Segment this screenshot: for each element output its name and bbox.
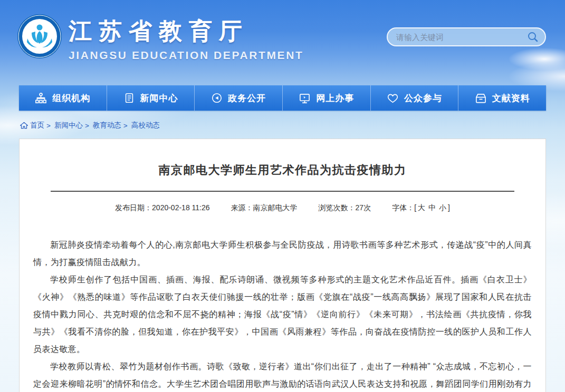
article-body: 新冠肺炎疫情牵动着每个人的心,南京邮电大学师生积极参与全民防疫战，用诗歌书画等多… bbox=[33, 236, 532, 392]
article-panel: 南京邮电大学师生用艺术作品为抗击疫情助力 发布日期：2020-02-18 11:… bbox=[19, 139, 546, 392]
breadcrumb-current-page: 高校动态 bbox=[131, 121, 160, 130]
nav-item-label: 组织机构 bbox=[52, 92, 90, 104]
font-size-small-button[interactable]: 小 bbox=[439, 203, 446, 212]
nav-item-label: 网上办事 bbox=[316, 92, 354, 104]
site-title-block: 江苏省教育厅 JIANGSU EDUCATION DEPARTMENT bbox=[69, 16, 303, 62]
heart-icon bbox=[387, 92, 399, 104]
home-icon bbox=[20, 122, 28, 129]
search-button[interactable] bbox=[527, 31, 539, 43]
nav-item-label: 文献资料 bbox=[492, 92, 530, 104]
search-icon bbox=[527, 31, 539, 43]
search-box[interactable] bbox=[387, 27, 546, 46]
publish-date: 发布日期：2020-02-18 11:26 bbox=[115, 203, 210, 213]
title-divider bbox=[51, 191, 514, 192]
breadcrumb-education-dynamics[interactable]: 教育动态 bbox=[93, 121, 121, 130]
article-meta: 发布日期：2020-02-18 11:26 来源：南京邮电大学 浏览次数：27次… bbox=[33, 203, 532, 213]
org-chart-icon bbox=[35, 92, 47, 104]
archive-icon bbox=[475, 92, 487, 104]
search-input[interactable] bbox=[396, 33, 527, 42]
breadcrumb-separator: > bbox=[123, 122, 128, 130]
site-title: 江苏省教育厅 bbox=[69, 16, 303, 47]
breadcrumb-news-center[interactable]: 新闻中心 bbox=[54, 121, 83, 130]
breadcrumb-home[interactable]: 首页 bbox=[30, 121, 44, 130]
article-paragraph: 学校教师以青松、翠竹为题材创作书画。诗歌《致敬，逆行者》道出“你们出征了，走出了… bbox=[33, 358, 532, 392]
article-title: 南京邮电大学师生用艺术作品为抗击疫情助力 bbox=[33, 162, 532, 178]
view-count: 浏览次数：27次 bbox=[319, 203, 371, 213]
nav-item-gov-disclosure[interactable]: 政务公开 bbox=[194, 85, 282, 111]
nav-item-label: 公众参与 bbox=[404, 92, 442, 104]
breadcrumb: 首页 > 新闻中心 > 教育动态 > 高校动态 bbox=[20, 121, 160, 130]
breadcrumb-separator: > bbox=[46, 122, 51, 130]
font-size-switcher: 字体：[大中小] bbox=[392, 203, 450, 213]
news-doc-icon bbox=[123, 92, 135, 104]
font-size-large-button[interactable]: 大 bbox=[418, 203, 425, 212]
article-source: 来源：南京邮电大学 bbox=[231, 203, 298, 213]
monitor-icon bbox=[299, 92, 311, 104]
nav-item-online-services[interactable]: 网上办事 bbox=[282, 85, 370, 111]
article-paragraph: 新冠肺炎疫情牵动着每个人的心,南京邮电大学师生积极参与全民防疫战，用诗歌书画等多… bbox=[33, 236, 532, 271]
nav-item-news-center[interactable]: 新闻中心 bbox=[107, 85, 195, 111]
nav-item-label: 新闻中心 bbox=[140, 92, 178, 104]
main-navigation: 组织机构 新闻中心 政务公开 网上办事 公众参与 bbox=[19, 85, 546, 111]
nav-item-documents[interactable]: 文献资料 bbox=[458, 85, 546, 111]
article-paragraph: 学校师生创作了包括中国画、插画、海报、配乐诗朗诵、微视频等多种形式的主题文化艺术… bbox=[33, 271, 532, 358]
disclosure-icon bbox=[211, 92, 223, 104]
breadcrumb-separator: > bbox=[85, 122, 89, 130]
site-logo[interactable] bbox=[17, 14, 62, 59]
nav-item-public-participation[interactable]: 公众参与 bbox=[370, 85, 458, 111]
site-subtitle: JIANGSU EDUCATION DEPARTMENT bbox=[69, 49, 303, 62]
nav-item-label: 政务公开 bbox=[228, 92, 266, 104]
font-size-medium-button[interactable]: 中 bbox=[428, 203, 436, 212]
nav-item-organization[interactable]: 组织机构 bbox=[19, 85, 107, 111]
jiangsu-education-emblem-icon bbox=[17, 14, 62, 59]
